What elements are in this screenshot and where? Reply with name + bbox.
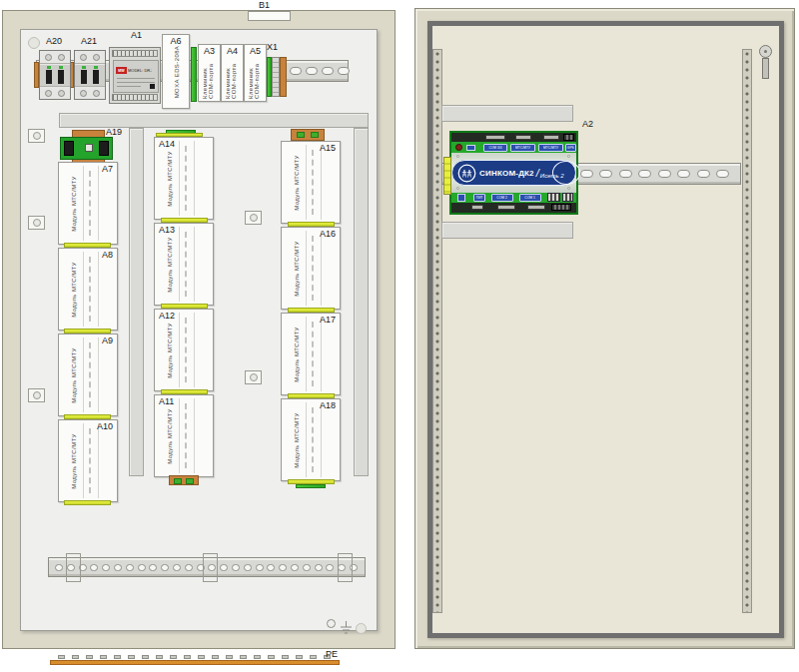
module-label: A15 bbox=[320, 143, 336, 153]
rail-slot bbox=[161, 564, 169, 571]
port-power: ПИТ bbox=[473, 194, 485, 202]
module-a18: A18 Модуль МТС/МТУ bbox=[281, 398, 341, 481]
rail-slot bbox=[220, 564, 228, 571]
module-name: Модуль МТС/МТУ bbox=[294, 327, 300, 382]
rail-slot bbox=[114, 564, 122, 571]
terminal-strip-yellow bbox=[64, 414, 111, 419]
busbar-clamp bbox=[58, 655, 65, 659]
connector bbox=[485, 135, 505, 140]
pe-busbar-group bbox=[50, 654, 340, 665]
connector-block bbox=[562, 193, 573, 202]
connector bbox=[543, 135, 559, 140]
module-label: A13 bbox=[159, 225, 175, 235]
controller-sinkom-dk2: COM 3/4 МТС/МТУ МТС/МТУ GPS СИНКОМ-ДК2 bbox=[449, 131, 578, 215]
module-label: A14 bbox=[159, 139, 175, 149]
module-label: A11 bbox=[159, 396, 174, 406]
controller-top-connectors bbox=[451, 133, 576, 142]
psu-terminal-comb bbox=[112, 94, 158, 101]
title-divider: / bbox=[536, 167, 539, 179]
module-label: A9 bbox=[102, 336, 113, 345]
cable-duct-vertical-left bbox=[129, 128, 144, 476]
controller-bottom-port-labels: ПИТ COM 2 COM 1 bbox=[451, 193, 576, 203]
module-label: A8 bbox=[102, 250, 113, 260]
rail-slot bbox=[256, 564, 264, 571]
com-terminal-a5: A5 Клеммник COM-порта bbox=[244, 44, 267, 102]
busbar-clamp bbox=[296, 655, 303, 659]
busbar-clamp bbox=[226, 655, 233, 659]
rail-slot bbox=[149, 564, 157, 571]
interface-board-a19 bbox=[60, 137, 113, 160]
breaker-terminals bbox=[75, 51, 105, 64]
module-label: A7 bbox=[102, 164, 113, 174]
rail-slot bbox=[697, 170, 710, 178]
port-com34: COM 3/4 bbox=[483, 144, 507, 152]
cable-duct-vertical-right bbox=[354, 128, 369, 476]
connector bbox=[471, 205, 483, 210]
port-box bbox=[466, 145, 475, 151]
cabinet-right-door: A2 COM 3/4 МТС/МТУ МТС/МТУ GPS bbox=[414, 8, 795, 649]
module-name: Модуль МТС/МТУ bbox=[167, 151, 173, 207]
rail-slot bbox=[303, 564, 311, 571]
cable-duct-horizontal bbox=[59, 113, 369, 128]
controller-a2-label: A2 bbox=[582, 119, 593, 129]
connector-copper bbox=[169, 475, 199, 485]
rail-slot bbox=[55, 564, 63, 571]
terminal-strip-green bbox=[296, 484, 326, 488]
b1-sensor-box bbox=[248, 11, 291, 21]
busbar-clamp bbox=[240, 655, 247, 659]
port-com1: COM 1 bbox=[519, 194, 541, 202]
pe-busbar bbox=[50, 660, 340, 665]
terminal-strip-yellow bbox=[288, 308, 335, 313]
a19-chip bbox=[85, 144, 93, 152]
rail-slot bbox=[677, 170, 690, 178]
busbar-clamp bbox=[310, 655, 317, 659]
rail-slot bbox=[638, 170, 651, 178]
module-label: A12 bbox=[159, 311, 175, 321]
x1-label: X1 bbox=[267, 42, 278, 52]
module-a15: A15 Модуль МТС/МТУ bbox=[281, 141, 341, 224]
module-a9: A9 Модуль МТС/МТУ bbox=[58, 334, 118, 416]
faceplate-screw bbox=[456, 155, 459, 158]
module-name: Модуль МТС/МТУ bbox=[294, 155, 300, 211]
connector bbox=[551, 204, 571, 211]
terminal-a4-label: A4 bbox=[222, 46, 243, 56]
module-name: Модуль МТС/МТУ bbox=[71, 433, 77, 489]
module-name: Модуль МТС/МТУ bbox=[167, 408, 173, 464]
faceplate-screw bbox=[567, 187, 570, 190]
psu-plate-line bbox=[117, 86, 141, 87]
circuit-breaker-a21 bbox=[74, 50, 106, 100]
module-name: Модуль МТС/МТУ bbox=[294, 412, 300, 468]
module-name: Модуль МТС/МТУ bbox=[294, 241, 300, 297]
terminal-a3-name: Клеммник COM-порта bbox=[202, 57, 214, 99]
busbar-clamp bbox=[100, 655, 107, 659]
rail-slot bbox=[338, 67, 350, 75]
psu-plate-line bbox=[117, 82, 155, 83]
terminal-strip-yellow bbox=[161, 389, 208, 394]
rail-slot bbox=[599, 170, 612, 178]
module-name: Модуль МТС/МТУ bbox=[71, 262, 77, 318]
psu-brand-logo: MW bbox=[116, 67, 127, 74]
mounting-clip bbox=[28, 216, 45, 230]
cable-duct-bottom bbox=[441, 222, 573, 239]
power-connector-icon bbox=[455, 144, 462, 151]
x1-copper-terminal bbox=[280, 57, 287, 97]
module-a11: A11 Модуль МТС/МТУ bbox=[154, 394, 214, 477]
psu-led bbox=[150, 84, 155, 89]
switch-a6-name: MOXA EDS-208A bbox=[174, 45, 180, 98]
faceplate-screw bbox=[567, 155, 570, 158]
psu-terminal-comb bbox=[112, 50, 158, 57]
bolt-shaft bbox=[762, 58, 769, 79]
x1-gray-terminals bbox=[272, 57, 280, 97]
busbar-clamp bbox=[170, 655, 177, 659]
controller-bottom-connectors bbox=[451, 203, 576, 213]
rail-clip bbox=[66, 553, 81, 582]
breaker-terminals bbox=[75, 86, 105, 99]
rail-slot bbox=[244, 564, 252, 571]
pe-label: PE bbox=[326, 649, 338, 659]
connector bbox=[527, 205, 545, 210]
ethernet-switch-a6: A6 MOXA EDS-208A bbox=[162, 34, 190, 109]
module-a14: A14 Модуль МТС/МТУ bbox=[154, 137, 214, 220]
breaker-toggles bbox=[75, 65, 105, 86]
module-a10: A10 Модуль МТС/МТУ bbox=[58, 419, 118, 502]
a19-connector bbox=[64, 141, 74, 156]
